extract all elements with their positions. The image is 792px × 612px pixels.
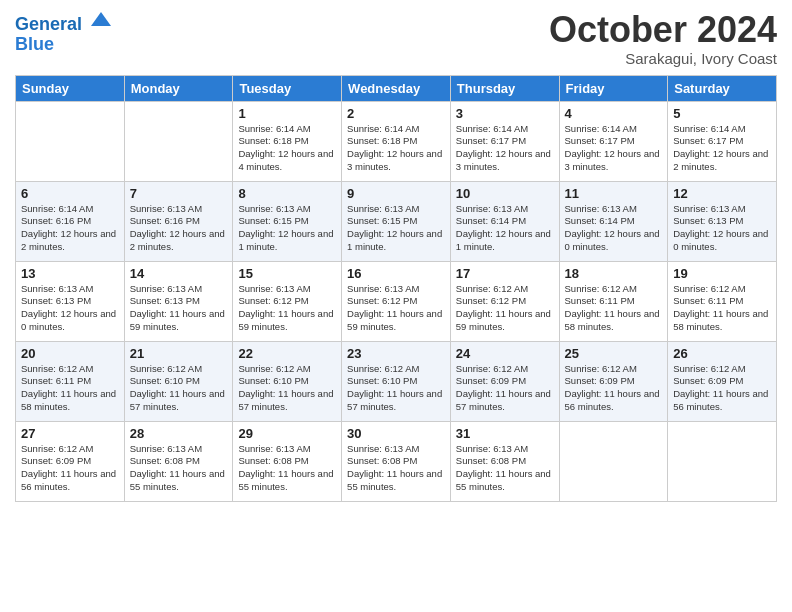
day-info: Sunrise: 6:12 AMSunset: 6:10 PMDaylight:… [347,363,445,414]
day-number: 19 [673,266,771,281]
col-friday: Friday [559,75,668,101]
day-number: 12 [673,186,771,201]
day-number: 28 [130,426,228,441]
day-info: Sunrise: 6:14 AMSunset: 6:18 PMDaylight:… [347,123,445,174]
header: General Blue October 2024 Sarakagui, Ivo… [15,10,777,67]
col-thursday: Thursday [450,75,559,101]
svg-marker-0 [91,12,111,26]
calendar-cell-w1-d5: 11Sunrise: 6:13 AMSunset: 6:14 PMDayligh… [559,181,668,261]
day-info: Sunrise: 6:14 AMSunset: 6:17 PMDaylight:… [565,123,663,174]
day-number: 1 [238,106,336,121]
calendar-cell-w4-d0: 27Sunrise: 6:12 AMSunset: 6:09 PMDayligh… [16,421,125,501]
day-number: 27 [21,426,119,441]
day-number: 14 [130,266,228,281]
calendar-cell-w4-d1: 28Sunrise: 6:13 AMSunset: 6:08 PMDayligh… [124,421,233,501]
calendar-cell-w3-d2: 22Sunrise: 6:12 AMSunset: 6:10 PMDayligh… [233,341,342,421]
calendar-cell-w4-d4: 31Sunrise: 6:13 AMSunset: 6:08 PMDayligh… [450,421,559,501]
day-info: Sunrise: 6:12 AMSunset: 6:11 PMDaylight:… [673,283,771,334]
day-info: Sunrise: 6:12 AMSunset: 6:10 PMDaylight:… [238,363,336,414]
calendar-cell-w3-d1: 21Sunrise: 6:12 AMSunset: 6:10 PMDayligh… [124,341,233,421]
day-info: Sunrise: 6:13 AMSunset: 6:16 PMDaylight:… [130,203,228,254]
day-info: Sunrise: 6:14 AMSunset: 6:18 PMDaylight:… [238,123,336,174]
calendar-cell-w3-d4: 24Sunrise: 6:12 AMSunset: 6:09 PMDayligh… [450,341,559,421]
logo-icon [89,8,113,32]
logo-area: General Blue [15,10,113,55]
calendar-cell-w1-d0: 6Sunrise: 6:14 AMSunset: 6:16 PMDaylight… [16,181,125,261]
calendar-body: 1Sunrise: 6:14 AMSunset: 6:18 PMDaylight… [16,101,777,501]
day-info: Sunrise: 6:14 AMSunset: 6:17 PMDaylight:… [673,123,771,174]
col-wednesday: Wednesday [342,75,451,101]
day-info: Sunrise: 6:13 AMSunset: 6:08 PMDaylight:… [130,443,228,494]
day-number: 13 [21,266,119,281]
page: General Blue October 2024 Sarakagui, Ivo… [0,0,792,612]
calendar-cell-w4-d3: 30Sunrise: 6:13 AMSunset: 6:08 PMDayligh… [342,421,451,501]
day-info: Sunrise: 6:13 AMSunset: 6:13 PMDaylight:… [21,283,119,334]
day-number: 31 [456,426,554,441]
col-sunday: Sunday [16,75,125,101]
day-info: Sunrise: 6:12 AMSunset: 6:12 PMDaylight:… [456,283,554,334]
calendar-week-1: 6Sunrise: 6:14 AMSunset: 6:16 PMDaylight… [16,181,777,261]
day-number: 5 [673,106,771,121]
day-number: 22 [238,346,336,361]
day-info: Sunrise: 6:14 AMSunset: 6:17 PMDaylight:… [456,123,554,174]
calendar-week-4: 27Sunrise: 6:12 AMSunset: 6:09 PMDayligh… [16,421,777,501]
col-monday: Monday [124,75,233,101]
calendar-cell-w0-d0 [16,101,125,181]
calendar-cell-w3-d5: 25Sunrise: 6:12 AMSunset: 6:09 PMDayligh… [559,341,668,421]
day-info: Sunrise: 6:13 AMSunset: 6:08 PMDaylight:… [347,443,445,494]
calendar-cell-w0-d1 [124,101,233,181]
day-info: Sunrise: 6:12 AMSunset: 6:11 PMDaylight:… [21,363,119,414]
calendar-cell-w1-d6: 12Sunrise: 6:13 AMSunset: 6:13 PMDayligh… [668,181,777,261]
calendar-cell-w4-d6 [668,421,777,501]
calendar-cell-w3-d3: 23Sunrise: 6:12 AMSunset: 6:10 PMDayligh… [342,341,451,421]
day-number: 4 [565,106,663,121]
logo-general: General [15,14,82,34]
logo: General Blue [15,15,113,55]
day-info: Sunrise: 6:13 AMSunset: 6:13 PMDaylight:… [130,283,228,334]
calendar-cell-w2-d3: 16Sunrise: 6:13 AMSunset: 6:12 PMDayligh… [342,261,451,341]
calendar-header-row: Sunday Monday Tuesday Wednesday Thursday… [16,75,777,101]
day-info: Sunrise: 6:13 AMSunset: 6:15 PMDaylight:… [238,203,336,254]
day-number: 21 [130,346,228,361]
day-number: 3 [456,106,554,121]
location: Sarakagui, Ivory Coast [549,50,777,67]
day-info: Sunrise: 6:12 AMSunset: 6:09 PMDaylight:… [565,363,663,414]
calendar-table: Sunday Monday Tuesday Wednesday Thursday… [15,75,777,502]
calendar-cell-w2-d1: 14Sunrise: 6:13 AMSunset: 6:13 PMDayligh… [124,261,233,341]
day-number: 6 [21,186,119,201]
calendar-cell-w1-d3: 9Sunrise: 6:13 AMSunset: 6:15 PMDaylight… [342,181,451,261]
day-number: 2 [347,106,445,121]
day-number: 11 [565,186,663,201]
day-number: 30 [347,426,445,441]
calendar-cell-w4-d2: 29Sunrise: 6:13 AMSunset: 6:08 PMDayligh… [233,421,342,501]
day-number: 29 [238,426,336,441]
day-info: Sunrise: 6:13 AMSunset: 6:13 PMDaylight:… [673,203,771,254]
day-number: 18 [565,266,663,281]
calendar-cell-w3-d0: 20Sunrise: 6:12 AMSunset: 6:11 PMDayligh… [16,341,125,421]
calendar-cell-w1-d1: 7Sunrise: 6:13 AMSunset: 6:16 PMDaylight… [124,181,233,261]
calendar-cell-w2-d5: 18Sunrise: 6:12 AMSunset: 6:11 PMDayligh… [559,261,668,341]
day-number: 7 [130,186,228,201]
day-number: 8 [238,186,336,201]
day-number: 10 [456,186,554,201]
day-info: Sunrise: 6:12 AMSunset: 6:09 PMDaylight:… [673,363,771,414]
day-info: Sunrise: 6:14 AMSunset: 6:16 PMDaylight:… [21,203,119,254]
day-number: 16 [347,266,445,281]
calendar-cell-w2-d6: 19Sunrise: 6:12 AMSunset: 6:11 PMDayligh… [668,261,777,341]
day-number: 24 [456,346,554,361]
calendar-cell-w3-d6: 26Sunrise: 6:12 AMSunset: 6:09 PMDayligh… [668,341,777,421]
day-info: Sunrise: 6:12 AMSunset: 6:11 PMDaylight:… [565,283,663,334]
day-number: 17 [456,266,554,281]
calendar-cell-w2-d4: 17Sunrise: 6:12 AMSunset: 6:12 PMDayligh… [450,261,559,341]
calendar-cell-w1-d4: 10Sunrise: 6:13 AMSunset: 6:14 PMDayligh… [450,181,559,261]
calendar-cell-w0-d6: 5Sunrise: 6:14 AMSunset: 6:17 PMDaylight… [668,101,777,181]
day-info: Sunrise: 6:13 AMSunset: 6:08 PMDaylight:… [456,443,554,494]
title-area: October 2024 Sarakagui, Ivory Coast [549,10,777,67]
day-info: Sunrise: 6:13 AMSunset: 6:08 PMDaylight:… [238,443,336,494]
month-title: October 2024 [549,10,777,50]
calendar-week-3: 20Sunrise: 6:12 AMSunset: 6:11 PMDayligh… [16,341,777,421]
calendar-week-2: 13Sunrise: 6:13 AMSunset: 6:13 PMDayligh… [16,261,777,341]
calendar-cell-w1-d2: 8Sunrise: 6:13 AMSunset: 6:15 PMDaylight… [233,181,342,261]
day-info: Sunrise: 6:13 AMSunset: 6:15 PMDaylight:… [347,203,445,254]
day-info: Sunrise: 6:13 AMSunset: 6:14 PMDaylight:… [456,203,554,254]
